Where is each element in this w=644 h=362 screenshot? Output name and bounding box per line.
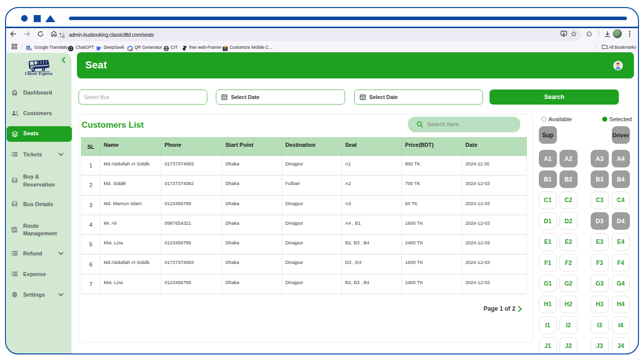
svg-text:G: G (27, 46, 30, 49)
